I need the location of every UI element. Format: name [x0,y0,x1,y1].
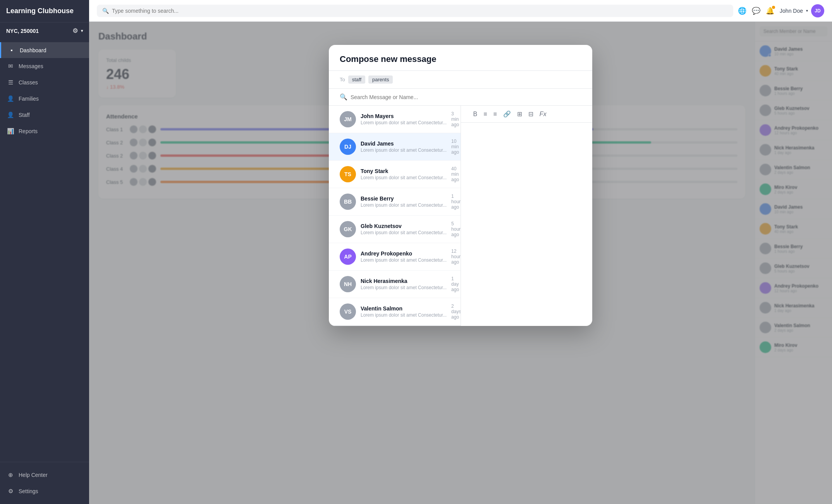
contact-time: 10 min ago [451,139,459,155]
sidebar-item-messages[interactable]: ✉ Messages [0,58,89,74]
chevron-down-icon: ▾ [81,29,83,33]
contact-time: 5 hours ago [451,221,461,237]
app-logo: Learning Clubhouse [0,0,89,22]
contact-item[interactable]: NH Nick Herasimenka Lorem ipsum dolor si… [329,271,461,298]
sidebar-item-label: Classes [19,79,38,86]
minus-button[interactable]: ⊟ [527,110,535,118]
bold-button[interactable]: B [472,110,479,118]
compose-toolbar: B ≡ ≡ 🔗 ⊞ ⊟ Fx [461,106,593,123]
contact-item[interactable]: VS Valentin Salmon Lorem ipsum dolor sit… [329,298,461,326]
contact-time: 1 day ago [451,276,459,292]
contact-info: Nick Herasimenka Lorem ipsum dolor sit a… [361,278,447,290]
modal-search-icon: 🔍 [340,93,347,101]
contact-name: Andrey Prokopenko [361,250,447,257]
sidebar-item-settings[interactable]: ⚙ Settings [0,483,89,499]
contact-info: Gleb Kuznetsov Lorem ipsum dolor sit ame… [361,223,447,235]
sidebar-item-label: Dashboard [20,47,46,53]
org-name: NYC, 250001 [6,28,39,34]
messages-icon: ✉ [7,63,14,70]
contact-name: Nick Herasimenka [361,278,447,284]
contact-item[interactable]: AP Andrey Prokopenko Lorem ipsum dolor s… [329,243,461,271]
global-search-bar[interactable]: 🔍 [97,5,733,17]
chevron-down-icon: ▾ [806,9,808,13]
classes-icon: ☰ [7,79,14,86]
sidebar-item-reports[interactable]: 📊 Reports [0,123,89,139]
contact-item[interactable]: DJ David James Lorem ipsum dolor sit ame… [329,133,461,161]
tag-staff[interactable]: staff [348,75,365,84]
contact-avatar: VS [340,303,356,320]
user-menu[interactable]: John Doe ▾ JD [780,4,824,17]
sidebar-item-label: Help Center [19,472,48,478]
contact-info: Bessie Berry Lorem ipsum dolor sit amet … [361,195,447,208]
compose-modal: Compose new message To staff parents 🔍 [329,45,592,326]
compose-area [461,123,593,158]
modal-header: Compose new message [329,45,592,71]
settings-icon: ⚙ [7,488,14,495]
list-button[interactable]: ≡ [482,110,488,118]
chat-icon[interactable]: 💬 [752,7,760,15]
notification-badge [772,6,775,9]
contact-preview: Lorem ipsum dolor sit amet Consectetur..… [361,312,447,318]
sidebar-item-label: Reports [19,128,38,134]
to-field: To staff parents [329,71,592,89]
dashboard-icon: ▪ [8,47,15,53]
help-icon: ⊕ [7,471,14,478]
sidebar-item-help[interactable]: ⊕ Help Center [0,467,89,483]
contact-preview: Lorem ipsum dolor sit amet Consectetur..… [361,202,447,208]
contact-info: John Mayers Lorem ipsum dolor sit amet C… [361,113,447,125]
content-area: Dashboard Total childs 246 ↓ 13.8% Atten… [89,22,832,504]
contact-info: David James Lorem ipsum dolor sit amet C… [361,141,447,153]
contact-info: Andrey Prokopenko Lorem ipsum dolor sit … [361,250,447,263]
compose-textarea[interactable] [472,128,582,151]
modal-overlay[interactable]: Compose new message To staff parents 🔍 [89,22,832,504]
sidebar-bottom: ⊕ Help Center ⚙ Settings [0,462,89,504]
contact-preview: Lorem ipsum dolor sit amet Consectetur..… [361,175,447,180]
header-actions: 🌐 💬 🔔 John Doe ▾ JD [738,4,824,17]
sidebar-item-classes[interactable]: ☰ Classes [0,74,89,91]
contact-preview: Lorem ipsum dolor sit amet Consectetur..… [361,147,447,153]
modal-search-input[interactable] [351,94,581,100]
contact-avatar: DJ [340,139,356,155]
contact-name: Valentin Salmon [361,305,447,312]
contact-item[interactable]: GK Gleb Kuznetsov Lorem ipsum dolor sit … [329,216,461,243]
main-wrapper: 🔍 🌐 💬 🔔 John Doe ▾ JD Dashboard Total ch [89,0,832,504]
contact-preview: Lorem ipsum dolor sit amet Consectetur..… [361,230,447,235]
sidebar-item-label: Families [19,96,39,102]
table-button[interactable]: ⊞ [516,110,524,118]
tag-parents[interactable]: parents [368,75,393,84]
reports-icon: 📊 [7,128,14,135]
notification-icon[interactable]: 🔔 [766,7,774,15]
sidebar: Learning Clubhouse NYC, 250001 ⚙ ▾ ▪ Das… [0,0,89,504]
contact-preview: Lorem ipsum dolor sit amet Consectetur..… [361,257,447,263]
sidebar-item-label: Messages [19,63,43,69]
global-search-input[interactable] [112,8,728,14]
contact-avatar: JM [340,111,356,127]
contact-item[interactable]: BB Bessie Berry Lorem ipsum dolor sit am… [329,188,461,216]
contact-item[interactable]: JM John Mayers Lorem ipsum dolor sit ame… [329,106,461,133]
contact-time: 1 hours ago [451,194,461,210]
sidebar-item-dashboard[interactable]: ▪ Dashboard [0,42,89,58]
org-selector[interactable]: NYC, 250001 ⚙ ▾ [0,22,89,39]
sidebar-item-staff[interactable]: 👤 Staff [0,107,89,123]
globe-icon[interactable]: 🌐 [738,7,746,15]
sidebar-item-label: Settings [19,488,38,494]
link-button[interactable]: 🔗 [502,110,512,118]
contact-item[interactable]: TS Tony Stark Lorem ipsum dolor sit amet… [329,161,461,188]
contact-time: 3 min ago [451,111,459,127]
contact-time: 2 days ago [451,303,461,320]
modal-search-bar: 🔍 [329,89,592,106]
contact-preview: Lorem ipsum dolor sit amet Consectetur..… [361,285,447,290]
list2-button[interactable]: ≡ [492,110,499,118]
sidebar-item-families[interactable]: 👤 Families [0,91,89,107]
formula-button[interactable]: Fx [538,110,548,118]
user-avatar: JD [811,4,824,17]
gear-icon[interactable]: ⚙ [72,27,78,34]
contact-name: Tony Stark [361,168,447,174]
sidebar-item-label: Staff [19,112,30,118]
header: 🔍 🌐 💬 🔔 John Doe ▾ JD [89,0,832,22]
contact-name: Bessie Berry [361,195,447,202]
contact-info: Tony Stark Lorem ipsum dolor sit amet Co… [361,168,447,180]
contact-time: 40 min ago [451,166,459,182]
modal-title: Compose new message [340,54,581,64]
contact-list: JM John Mayers Lorem ipsum dolor sit ame… [329,106,461,326]
